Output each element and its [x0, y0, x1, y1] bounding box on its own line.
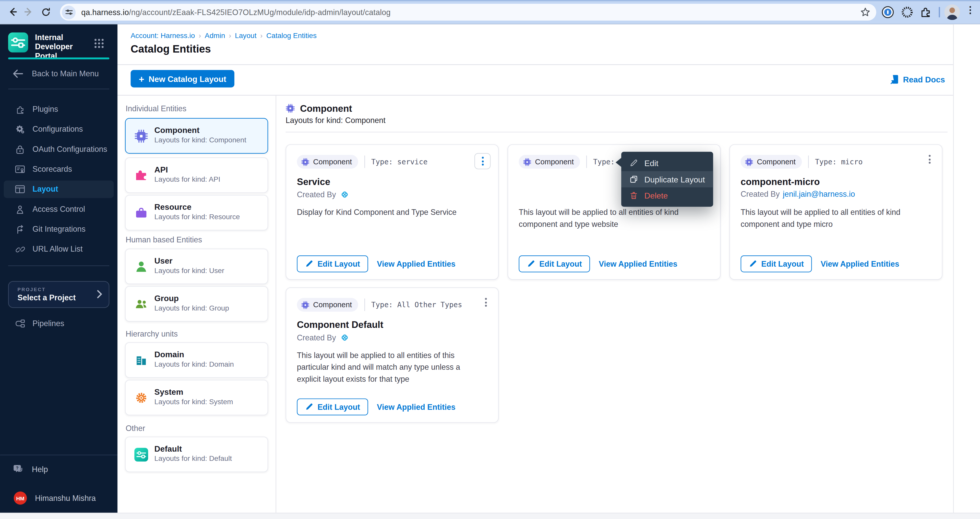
panel-divider: [275, 95, 276, 513]
entity-name: Default: [154, 444, 182, 454]
card-title: component-micro: [741, 176, 820, 187]
view-applied-entities-link[interactable]: View Applied Entities: [377, 259, 455, 268]
cards-divider: [286, 132, 948, 132]
browser-forward-button[interactable]: [21, 4, 36, 19]
chevron-right-icon: [97, 290, 102, 298]
pencil-icon: [305, 403, 313, 411]
browser-back-button[interactable]: [5, 4, 20, 19]
sidebar-item-label: URL Allow List: [32, 245, 83, 253]
sidebar-item-plugins[interactable]: Plugins: [4, 100, 114, 118]
component-chip-icon: [134, 129, 148, 143]
back-to-main-menu[interactable]: Back to Main Menu: [13, 70, 99, 78]
breadcrumb-separator: ›: [260, 32, 262, 39]
entity-item-system[interactable]: System Layouts for kind: System: [125, 380, 268, 416]
address-bar[interactable]: qa.harness.io/ng/account/zEaak-FLS425IEO…: [60, 4, 876, 21]
entity-subtitle: Layouts for kind: Resource: [154, 213, 240, 221]
url-text[interactable]: qa.harness.io/ng/account/zEaak-FLS425IEO…: [81, 8, 391, 17]
entity-item-component[interactable]: Component Layouts for kind: Component: [125, 118, 268, 154]
onepassword-extension-icon[interactable]: [881, 6, 894, 19]
app-grid-icon[interactable]: [94, 38, 105, 49]
card-menu-button[interactable]: [485, 298, 487, 307]
entity-item-group[interactable]: Group Layouts for kind: Group: [125, 286, 268, 322]
pencil-icon: [628, 159, 638, 167]
sidebar-divider: [0, 455, 118, 455]
edit-layout-button[interactable]: Edit Layout: [297, 256, 368, 272]
badge-divider: [586, 156, 587, 168]
kind-badge-label: Component: [757, 157, 795, 166]
breadcrumb-account[interactable]: Account: Harness.io: [131, 32, 195, 39]
entity-item-resource[interactable]: Resource Layouts for kind: Resource: [125, 195, 268, 231]
help-chat-icon: ?: [13, 464, 24, 475]
entity-item-user[interactable]: User Layouts for kind: User: [125, 249, 268, 284]
extensions-puzzle-icon[interactable]: [920, 6, 932, 18]
view-applied-entities-link[interactable]: View Applied Entities: [599, 259, 678, 268]
kind-heading-label: Component: [300, 103, 352, 114]
edit-layout-label: Edit Layout: [317, 403, 360, 411]
sidebar-item-pipelines[interactable]: Pipelines: [4, 315, 114, 332]
badge-divider: [364, 156, 365, 168]
entity-item-default[interactable]: Default Layouts for kind: Default: [125, 436, 268, 472]
sidebar-item-layout[interactable]: Layout: [4, 180, 114, 198]
menu-item-duplicate-layout[interactable]: Duplicate Layout: [621, 171, 713, 187]
entity-item-domain[interactable]: Domain Layouts for kind: Domain: [125, 342, 268, 378]
entity-item-api[interactable]: API Layouts for kind: API: [125, 157, 268, 193]
bookmark-star-button[interactable]: [860, 7, 871, 17]
card-top-row: Component Type: service: [297, 155, 428, 169]
toolbar-separator: [939, 7, 940, 17]
project-selector[interactable]: PROJECT Select a Project: [8, 281, 110, 308]
edit-layout-button[interactable]: Edit Layout: [741, 256, 812, 272]
left-arrow-icon: [13, 70, 23, 78]
breadcrumb-layout[interactable]: Layout: [235, 32, 257, 39]
layout-card-service: Component Type: service Service Created …: [286, 144, 499, 280]
menu-item-delete[interactable]: Delete: [621, 187, 713, 204]
sidebar: Internal Developer Portal Back to Main M…: [0, 24, 118, 513]
view-applied-entities-link[interactable]: View Applied Entities: [821, 259, 899, 268]
sidebar-item-configurations[interactable]: Configurations: [4, 121, 114, 138]
entity-subtitle: Layouts for kind: Component: [154, 136, 247, 144]
sidebar-item-access-control[interactable]: Access Control: [4, 200, 114, 218]
kind-badge: Component: [519, 155, 580, 169]
view-applied-entities-link[interactable]: View Applied Entities: [377, 403, 455, 411]
site-settings-button[interactable]: [62, 5, 76, 19]
pencil-icon: [305, 260, 313, 268]
back-label: Back to Main Menu: [32, 70, 99, 78]
menu-item-edit[interactable]: Edit: [621, 155, 713, 171]
created-by-label: Created By: [297, 333, 336, 342]
sidebar-item-scorecards[interactable]: Scorecards: [4, 160, 114, 178]
breadcrumb-catalog-entities[interactable]: Catalog Entities: [266, 32, 317, 39]
breadcrumb-admin[interactable]: Admin: [205, 32, 225, 39]
browser-menu-button[interactable]: ⋮: [966, 4, 975, 16]
created-by-label: Created By: [741, 190, 780, 198]
new-catalog-layout-button[interactable]: + New Catalog Layout: [131, 70, 234, 87]
created-by-user-link[interactable]: jenil.jain@harness.io: [783, 190, 855, 198]
loading-extension-icon[interactable]: [900, 6, 913, 19]
sidebar-item-help[interactable]: ? Help: [13, 464, 48, 475]
kind-heading: Component: [286, 103, 352, 114]
read-docs-link[interactable]: Read Docs: [890, 74, 945, 84]
user-menu[interactable]: HM Himanshu Mishra: [14, 492, 96, 505]
sidebar-item-git-integrations[interactable]: Git Integrations: [4, 221, 114, 238]
sidebar-item-label: Pipelines: [32, 319, 64, 328]
puzzle-icon: [15, 104, 25, 114]
pencil-icon: [749, 260, 757, 268]
created-by-row: Created By jenil.jain@harness.io: [741, 190, 855, 198]
sidebar-item-url-allow-list[interactable]: URL Allow List: [4, 240, 114, 258]
card-description: This layout will be applied to all entit…: [741, 207, 928, 230]
screenshot-root: qa.harness.io/ng/account/zEaak-FLS425IEO…: [0, 0, 980, 519]
breadcrumb-separator: ›: [229, 32, 231, 39]
browser-refresh-button[interactable]: [38, 4, 53, 19]
card-top-row: Component Type: micro: [741, 155, 863, 169]
edit-layout-button[interactable]: Edit Layout: [519, 256, 590, 272]
card-top-row: Component Type: All Other Types: [297, 298, 462, 312]
brand-divider: [8, 57, 110, 59]
card-description: This layout will be applied to all entit…: [519, 207, 706, 230]
card-title: Service: [297, 176, 331, 187]
card-menu-button[interactable]: [929, 155, 931, 163]
sidebar-item-oauth-configurations[interactable]: OAuth Configurations: [4, 141, 114, 158]
entity-name: Component: [154, 125, 200, 135]
card-menu-button[interactable]: [474, 153, 491, 170]
edit-layout-label: Edit Layout: [317, 259, 360, 268]
profile-avatar[interactable]: [944, 4, 960, 20]
project-value: Select a Project: [18, 294, 76, 302]
edit-layout-button[interactable]: Edit Layout: [297, 398, 368, 416]
